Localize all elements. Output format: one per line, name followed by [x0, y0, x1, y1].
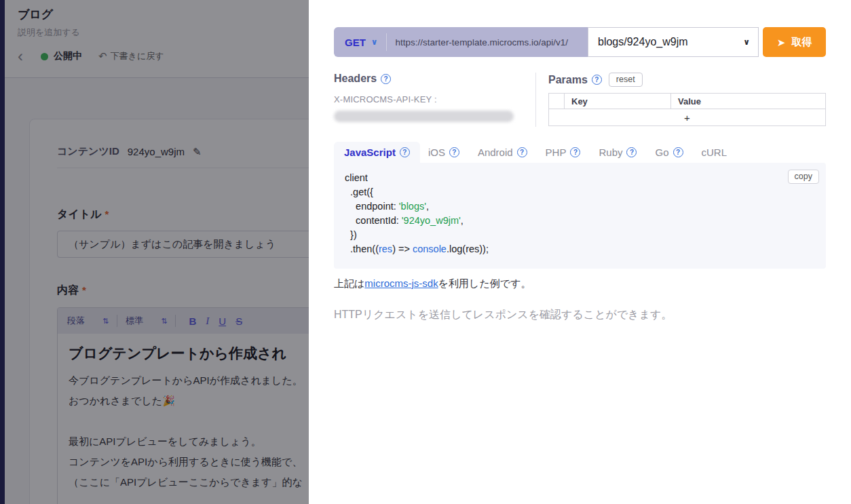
fetch-button[interactable]: ➤ 取得: [763, 27, 826, 57]
chevron-down-icon: ∨: [743, 37, 750, 47]
endpoint-value: blogs/924yo_w9jm: [598, 36, 688, 48]
tab-go[interactable]: Go?: [655, 142, 683, 163]
fetch-button-label: 取得: [791, 36, 812, 49]
api-key-label: X-MICROCMS-API-KEY :: [334, 94, 535, 104]
sdk-note-suffix: を利用した例です。: [438, 277, 531, 289]
tab-curl[interactable]: cURL: [702, 142, 727, 163]
api-preview-panel: GET ∨ https://starter-template.microcms.…: [309, 0, 851, 504]
headers-title: Headers: [334, 73, 377, 85]
help-icon[interactable]: ?: [400, 147, 410, 157]
method-dropdown[interactable]: GET ∨: [334, 37, 386, 48]
code-block: client .get({ endpoint: 'blogs', content…: [334, 163, 826, 269]
content-editor-background: ブログ 説明を追加する ‹ 公開中 ↶ 下書きに戻す: [0, 0, 309, 504]
tab-label: Android: [478, 147, 513, 158]
help-icon[interactable]: ?: [449, 147, 459, 157]
code-line: contentId: '924yo_w9jm',: [345, 214, 816, 228]
send-icon: ➤: [777, 37, 786, 47]
api-key-redacted-value: [334, 111, 514, 122]
tab-javascript[interactable]: JavaScript?: [334, 142, 420, 163]
help-icon[interactable]: ?: [570, 147, 580, 157]
tab-ruby[interactable]: Ruby?: [599, 142, 637, 163]
tab-label: cURL: [702, 147, 727, 158]
headers-section: Headers ? X-MICROCMS-API-KEY :: [334, 73, 535, 127]
tab-label: Ruby: [599, 147, 622, 158]
help-icon[interactable]: ?: [517, 147, 527, 157]
code-line: }): [345, 228, 816, 242]
help-icon[interactable]: ?: [381, 74, 391, 84]
code-line: client: [345, 171, 816, 185]
footer-note: HTTPリクエストを送信してレスポンスを確認することができます。: [334, 308, 826, 322]
help-icon[interactable]: ?: [673, 147, 683, 157]
reset-button[interactable]: reset: [609, 73, 643, 87]
help-icon[interactable]: ?: [592, 75, 602, 85]
params-title: Params: [548, 74, 588, 86]
code-line: endpoint: 'blogs',: [345, 199, 816, 214]
tab-label: JavaScript: [344, 147, 396, 158]
copy-button[interactable]: copy: [788, 170, 819, 184]
modal-backdrop[interactable]: [0, 0, 309, 504]
method-label: GET: [345, 37, 366, 48]
sdk-link[interactable]: microcms-js-sdk: [364, 277, 438, 289]
tab-label: PHP: [546, 147, 567, 158]
code-tabs: JavaScript?iOS?Android?PHP?Ruby?Go?cURL: [334, 142, 826, 163]
key-column-header: Key: [565, 94, 671, 109]
chevron-down-icon: ∨: [371, 37, 378, 47]
tab-label: Go: [655, 147, 668, 158]
help-icon[interactable]: ?: [626, 147, 637, 157]
add-param-button[interactable]: +: [549, 109, 825, 125]
value-column-header: Value: [671, 94, 825, 109]
code-snippet: client .get({ endpoint: 'blogs', content…: [345, 171, 816, 256]
method-url-segment: GET ∨ https://starter-template.microcms.…: [334, 27, 588, 57]
sdk-note: 上記はmicrocms-js-sdkを利用した例です。: [334, 277, 826, 290]
app-root: ブログ 説明を追加する ‹ 公開中 ↶ 下書きに戻す: [0, 0, 851, 504]
params-table: Key Value +: [548, 93, 826, 126]
endpoint-select[interactable]: blogs/924yo_w9jm ∨: [588, 27, 759, 57]
base-url: https://starter-template.microcms.io/api…: [387, 37, 568, 47]
tab-php[interactable]: PHP?: [546, 142, 581, 163]
request-bar: GET ∨ https://starter-template.microcms.…: [334, 27, 826, 57]
code-line: .then((res) => console.log(res));: [345, 242, 816, 256]
sdk-note-prefix: 上記は: [334, 277, 364, 289]
params-section: Params ? reset Key Value +: [536, 73, 826, 127]
tab-ios[interactable]: iOS?: [428, 142, 459, 163]
params-checkbox-column: [549, 94, 565, 109]
code-line: .get({: [345, 185, 816, 199]
tab-android[interactable]: Android?: [478, 142, 527, 163]
params-table-header: Key Value: [549, 94, 825, 109]
headers-params-row: Headers ? X-MICROCMS-API-KEY : Params ? …: [334, 73, 826, 127]
tab-label: iOS: [428, 147, 445, 158]
